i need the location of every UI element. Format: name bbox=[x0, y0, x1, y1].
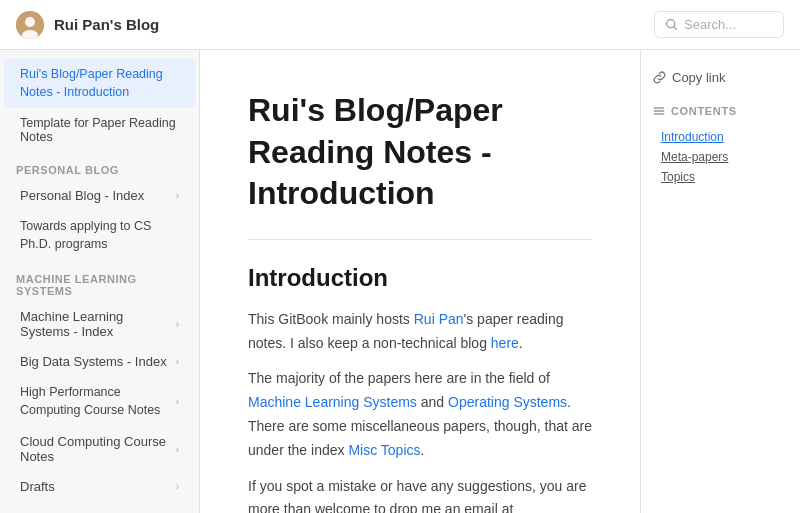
link-misc[interactable]: Misc Topics bbox=[348, 442, 420, 458]
sidebar-section-os: OPERATING SYSTEMS bbox=[0, 502, 199, 513]
sidebar-item-phd-label: Towards applying to CS Ph.D. programs bbox=[20, 218, 179, 253]
layout: Rui's Blog/Paper Reading Notes - Introdu… bbox=[0, 50, 800, 513]
chevron-right-icon: › bbox=[176, 190, 179, 201]
toc-meta[interactable]: Meta-papers bbox=[653, 147, 788, 167]
intro-p3: If you spot a mistake or have any sugges… bbox=[248, 475, 592, 513]
sidebar-item-ml-label: Machine Learning Systems - Index bbox=[20, 309, 176, 339]
right-panel: Copy link CONTENTS IntroductionMeta-pape… bbox=[640, 50, 800, 513]
link-os[interactable]: Operating Systems bbox=[448, 394, 567, 410]
toc-intro[interactable]: Introduction bbox=[653, 127, 788, 147]
intro-heading: Introduction bbox=[248, 264, 592, 292]
link-rui-pan[interactable]: Rui Pan bbox=[414, 311, 464, 327]
list-icon bbox=[653, 105, 665, 117]
search-icon bbox=[665, 18, 678, 31]
chevron-right-icon-ml: › bbox=[176, 319, 179, 330]
svg-point-1 bbox=[25, 17, 35, 27]
sidebar-item-template[interactable]: Template for Paper Reading Notes bbox=[4, 109, 195, 151]
toc: IntroductionMeta-papersTopics bbox=[653, 127, 788, 187]
contents-label: CONTENTS bbox=[671, 105, 737, 117]
sidebar-item-phd-apply[interactable]: Towards applying to CS Ph.D. programs bbox=[4, 211, 195, 260]
divider-1 bbox=[248, 239, 592, 240]
sidebar: Rui's Blog/Paper Reading Notes - Introdu… bbox=[0, 50, 200, 513]
avatar bbox=[16, 11, 44, 39]
chevron-right-icon-drafts: › bbox=[176, 481, 179, 492]
sidebar-item-intro-label: Rui's Blog/Paper Reading Notes - Introdu… bbox=[20, 66, 179, 101]
link-icon bbox=[653, 71, 666, 84]
chevron-right-icon-cloud: › bbox=[176, 444, 179, 455]
search-placeholder: Search... bbox=[684, 17, 736, 32]
sidebar-item-big-data[interactable]: Big Data Systems - Index › bbox=[4, 347, 195, 376]
sidebar-item-personal-index[interactable]: Personal Blog - Index › bbox=[4, 181, 195, 210]
chevron-right-icon-hpc: › bbox=[176, 396, 179, 407]
sidebar-item-template-label: Template for Paper Reading Notes bbox=[20, 116, 179, 144]
sidebar-item-cloud[interactable]: Cloud Computing Course Notes › bbox=[4, 427, 195, 471]
sidebar-item-hpc-label: High Performance Computing Course Notes bbox=[20, 384, 176, 419]
sidebar-item-drafts-label: Drafts bbox=[20, 479, 55, 494]
sidebar-nav: Rui's Blog/Paper Reading Notes - Introdu… bbox=[0, 50, 199, 513]
intro-p1: This GitBook mainly hosts Rui Pan's pape… bbox=[248, 308, 592, 356]
sidebar-item-cloud-label: Cloud Computing Course Notes bbox=[20, 434, 176, 464]
sidebar-item-drafts[interactable]: Drafts › bbox=[4, 472, 195, 501]
sidebar-section-personal: PERSONAL BLOG bbox=[0, 152, 199, 180]
link-ml-systems[interactable]: Machine Learning Systems bbox=[248, 394, 417, 410]
sidebar-section-ml: MACHINE LEARNING SYSTEMS bbox=[0, 261, 199, 301]
chevron-right-icon-bd: › bbox=[176, 356, 179, 367]
svg-rect-6 bbox=[654, 113, 665, 115]
sidebar-item-intro[interactable]: Rui's Blog/Paper Reading Notes - Introdu… bbox=[4, 59, 195, 108]
intro-p2: The majority of the papers here are in t… bbox=[248, 367, 592, 462]
sidebar-item-ml-index[interactable]: Machine Learning Systems - Index › bbox=[4, 302, 195, 346]
page-title: Rui's Blog/Paper Reading Notes - Introdu… bbox=[248, 90, 592, 215]
svg-rect-5 bbox=[654, 110, 665, 112]
toc-topics[interactable]: Topics bbox=[653, 167, 788, 187]
copy-link-button[interactable]: Copy link bbox=[653, 66, 788, 89]
link-here[interactable]: here bbox=[491, 335, 519, 351]
copy-link-label: Copy link bbox=[672, 70, 725, 85]
svg-rect-4 bbox=[654, 107, 665, 109]
site-title: Rui Pan's Blog bbox=[54, 16, 159, 33]
sidebar-item-personal-label: Personal Blog - Index bbox=[20, 188, 144, 203]
main-content: Rui's Blog/Paper Reading Notes - Introdu… bbox=[200, 50, 640, 513]
search-bar[interactable]: Search... bbox=[654, 11, 784, 38]
sidebar-item-hpc[interactable]: High Performance Computing Course Notes … bbox=[4, 377, 195, 426]
sidebar-item-big-data-label: Big Data Systems - Index bbox=[20, 354, 167, 369]
site-logo[interactable]: Rui Pan's Blog bbox=[16, 11, 159, 39]
contents-header: CONTENTS bbox=[653, 105, 788, 117]
topbar: Rui Pan's Blog Search... bbox=[0, 0, 800, 50]
